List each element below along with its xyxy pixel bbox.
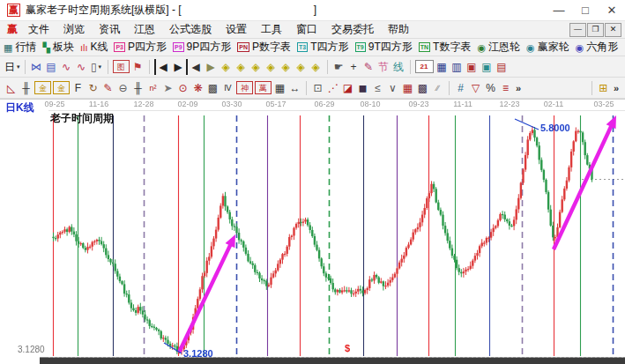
hbars-tool-icon[interactable]: ╫ [19, 80, 33, 96]
calculator-icon[interactable]: ▦ [435, 59, 449, 75]
box-tool-icon[interactable]: ⊡ [311, 80, 324, 96]
compass-pen-icon[interactable]: ✎ [101, 80, 115, 96]
right-pane-overflow-button[interactable]: » [614, 83, 619, 93]
fan-lines-icon[interactable]: ⋰ [326, 80, 339, 96]
hatch-box-icon[interactable]: ◪ [341, 80, 354, 96]
wan-tool-icon[interactable]: 萬 [255, 81, 272, 94]
red-grid-icon[interactable]: ▦ [401, 80, 414, 96]
mdi-restore-button[interactable]: ❐ [587, 23, 604, 37]
dark-box-icon[interactable]: ◼ [356, 80, 369, 96]
date-label: 12-28 [133, 100, 153, 108]
bar-style-dropdown[interactable]: ▯▾ [90, 59, 103, 75]
close-button[interactable]: ✕ [599, 1, 625, 20]
bottom-scrollbar[interactable] [40, 357, 625, 364]
diamond-shrink-icon[interactable]: ◈ [264, 59, 278, 75]
menu-item-4[interactable]: 公式选股 [162, 22, 219, 37]
percent-level-icon[interactable]: ≡ [499, 80, 512, 96]
hexagon-button[interactable]: ◉六角形 [576, 40, 619, 55]
nav-prev-icon[interactable]: ◀ [190, 59, 203, 75]
diamond-expand-icon[interactable]: ◈ [249, 59, 263, 75]
layout-grid-icon[interactable]: ⊞ [597, 80, 610, 96]
menu-item-1[interactable]: 浏览 [56, 22, 92, 37]
diamond-left-icon[interactable]: ◈ [219, 59, 233, 75]
flag-icon[interactable]: ⚑ [131, 59, 145, 75]
t9-square-button[interactable]: T99T四方形 [355, 40, 413, 55]
gann-wheel-button[interactable]: ◉江恩轮 [477, 40, 520, 55]
pen-tool-icon[interactable]: ✎ [362, 59, 376, 75]
shaded-grid-icon[interactable]: ▩ [206, 80, 219, 96]
grid-bars-icon[interactable]: ╫ [131, 80, 145, 96]
quotes-button-label: 行情 [15, 40, 36, 55]
info-panel-icon[interactable]: ▤ [45, 59, 58, 75]
sectors-button[interactable]: ▚板块 [42, 40, 73, 55]
period-day-dropdown[interactable]: 日▾ [4, 59, 20, 75]
save-icon[interactable]: ▣ [465, 59, 479, 75]
thread-tool-icon[interactable]: 线 [392, 59, 406, 75]
t-square-button[interactable]: T3T四方形 [297, 40, 349, 55]
shen-tool-icon[interactable]: 神 [236, 81, 253, 94]
dense-grid-icon[interactable]: ▦ [273, 80, 286, 96]
calendar-icon[interactable]: 21 [415, 60, 434, 73]
candlestick-chart-canvas[interactable] [0, 100, 625, 358]
diamond-right-icon[interactable]: ◈ [234, 59, 248, 75]
slash-lines-icon[interactable]: ∕∕ [431, 80, 444, 96]
t9-square-button-badge-icon: T9 [355, 42, 366, 52]
width-measure-icon[interactable]: ↔ [288, 80, 301, 96]
maximize-button[interactable]: □ [572, 1, 599, 20]
gann-circle-icon[interactable]: ⊙ [176, 80, 190, 96]
kline-button[interactable]: ılıK线 [80, 40, 108, 55]
menu-item-7[interactable]: 窗口 [289, 22, 324, 37]
p-square-button[interactable]: P3P四方形 [114, 40, 167, 55]
winner-wheel-button[interactable]: ◉赢家轮 [526, 40, 569, 55]
minimize-button[interactable]: — [546, 1, 572, 20]
menu-item-8[interactable]: 交易委托 [324, 22, 381, 37]
pattern-box-icon[interactable]: 图 [113, 60, 130, 73]
zigzag-tool-icon[interactable]: ⋈ [30, 59, 43, 75]
wave3-icon[interactable]: ∿ [60, 59, 73, 75]
stats-bars-icon[interactable]: # [454, 80, 467, 96]
nav-last-icon[interactable]: ▶ [172, 59, 188, 75]
nav-first-icon[interactable]: ◀ [154, 59, 170, 75]
cycle-mark-icon[interactable]: 节 [377, 59, 391, 75]
nav-next-icon[interactable]: ▶ [205, 59, 218, 75]
percent-band-icon[interactable]: ▽ [469, 80, 482, 96]
menu-item-2[interactable]: 资讯 [92, 22, 127, 37]
n-square-icon[interactable]: n² [146, 80, 160, 96]
period-label[interactable]: 日K线 [5, 100, 34, 115]
fibonacci-icon[interactable]: F [71, 80, 85, 96]
menu-item-6[interactable]: 工具 [254, 22, 289, 37]
zigzag-check-icon[interactable]: ∨ [386, 80, 399, 96]
circle-cross-icon[interactable]: ⊖ [116, 80, 130, 96]
quotes-button[interactable]: ▦行情 [4, 40, 36, 55]
diamond-down-icon[interactable]: ◈ [309, 59, 323, 75]
wave9-icon[interactable]: ∿ [75, 59, 88, 75]
hand-tool-icon[interactable]: ☛ [332, 59, 346, 75]
t-number-table-button[interactable]: TNT数字表 [419, 40, 472, 55]
angle-lines-icon[interactable]: ≤ [371, 80, 384, 96]
menu-item-5[interactable]: 设置 [219, 22, 254, 37]
p-number-table-button[interactable]: PNP数字表 [237, 40, 291, 55]
crosshair-tool-icon[interactable]: + [347, 59, 361, 75]
print-icon[interactable]: ▤ [495, 59, 509, 75]
menu-item-0[interactable]: 文件 [21, 22, 56, 37]
dark-grid-icon[interactable]: ▩ [416, 80, 429, 96]
p9-square-button[interactable]: P99P四方形 [173, 40, 231, 55]
arrow-draw-icon[interactable]: ➤ [161, 80, 175, 96]
golden-ratio-icon[interactable]: 金 [53, 81, 70, 94]
percent-icon[interactable]: % [484, 80, 497, 96]
notes-icon[interactable]: ▥ [450, 59, 464, 75]
diamond-up-icon[interactable]: ◈ [294, 59, 308, 75]
transfer-icon[interactable]: ▣ [480, 59, 494, 75]
roman-lines-icon[interactable]: Ⅳ [221, 80, 234, 96]
p9-square-button-label: 9P四方形 [187, 40, 232, 55]
mdi-close-button[interactable]: ✕ [605, 23, 621, 37]
fan-tool-icon[interactable]: ❋ [191, 80, 205, 96]
menu-item-9[interactable]: 帮助 [381, 22, 416, 37]
menu-item-3[interactable]: 江恩 [127, 22, 162, 37]
golden-section-icon[interactable]: 金 [34, 81, 51, 94]
diamond-center-icon[interactable]: ◈ [279, 59, 293, 75]
angle-tool-icon[interactable]: ◺ [4, 80, 18, 96]
mdi-minimize-button[interactable]: — [569, 23, 586, 37]
spiral-icon[interactable]: ↻ [86, 80, 100, 96]
toolbar3-overflow-button[interactable]: » [516, 83, 521, 93]
